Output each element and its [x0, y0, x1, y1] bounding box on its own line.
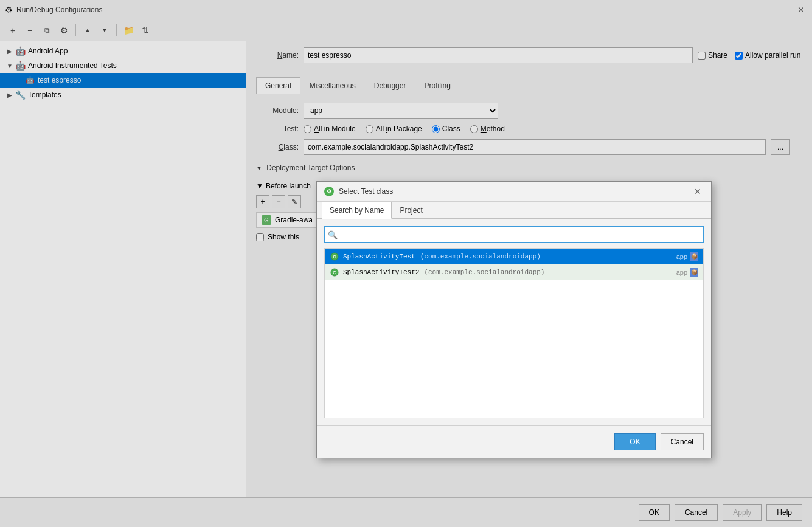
dialog-ok-button[interactable]: OK	[614, 433, 655, 450]
search-icon: 🔍	[328, 230, 338, 239]
dialog-body: 🔍 C SplashActivityTest (com.examp	[317, 219, 711, 425]
dialog-title: Select Test class	[339, 187, 393, 196]
result-1-icon: C	[330, 252, 339, 261]
dialog-icon: ⚙	[324, 187, 334, 196]
dialog-close-button[interactable]: ✕	[692, 185, 704, 198]
result-1-package: (com.example.socialandroidapp)	[420, 253, 541, 260]
class-icon-svg-2: C	[330, 267, 339, 277]
result-2-module: app 📦	[676, 268, 698, 277]
result-1-module-icon: 📦	[690, 252, 698, 261]
dialog-tabs: Search by Name Project	[317, 202, 711, 219]
dialog-cancel-button[interactable]: Cancel	[661, 433, 704, 450]
result-2-module-name: app	[676, 269, 687, 276]
result-item-2[interactable]: C SplashActivityTest2 (com.example.socia…	[325, 264, 703, 280]
dialog-bottom: OK Cancel	[317, 425, 711, 458]
dialog-search-row: 🔍	[324, 226, 704, 243]
search-wrapper: 🔍	[324, 226, 704, 243]
result-1-module: app 📦	[676, 252, 698, 261]
result-2-name: SplashActivityTest2	[343, 269, 419, 276]
result-item-1[interactable]: C SplashActivityTest (com.example.social…	[325, 249, 703, 264]
modal-overlay: ⚙ Select Test class ✕ Search by Name Pro…	[0, 0, 812, 527]
result-1-name: SplashActivityTest	[343, 253, 415, 260]
dialog-tab-project[interactable]: Project	[392, 202, 430, 218]
svg-text:C: C	[333, 270, 336, 275]
class-icon-svg-1: C	[330, 252, 339, 261]
result-2-icon: C	[330, 267, 339, 277]
results-list: C SplashActivityTest (com.example.social…	[324, 248, 704, 418]
dialog-search-input[interactable]	[324, 226, 704, 243]
select-test-class-dialog: ⚙ Select Test class ✕ Search by Name Pro…	[316, 181, 712, 458]
result-2-package: (com.example.socialandroidapp)	[424, 269, 544, 276]
result-2-module-icon: 📦	[690, 268, 698, 277]
dialog-title-left: ⚙ Select Test class	[324, 187, 393, 196]
dialog-tab-search-by-name[interactable]: Search by Name	[322, 202, 392, 219]
result-1-module-name: app	[676, 253, 687, 260]
svg-text:C: C	[333, 254, 336, 260]
dialog-title-bar: ⚙ Select Test class ✕	[317, 182, 711, 202]
